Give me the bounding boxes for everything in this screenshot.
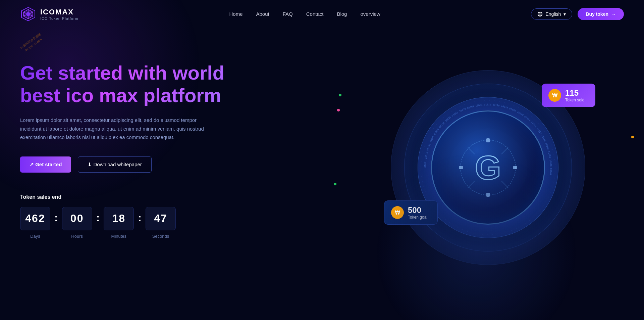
language-label: English (545, 11, 561, 17)
nav-home[interactable]: Home (229, 11, 243, 17)
hours-value: 00 (62, 207, 92, 230)
nav-about[interactable]: About (256, 11, 269, 17)
token-sales-label: Token sales end (20, 194, 352, 200)
hero-left: Get started with world best ico max plat… (20, 42, 352, 239)
separator-2: : (92, 212, 104, 224)
token-sold-info: 115 Token sold (565, 88, 584, 102)
svg-text:G: G (475, 149, 501, 186)
coin-g-icon: G (458, 137, 518, 198)
days-value: 462 (20, 207, 50, 230)
countdown-days: 462 Days (20, 207, 50, 239)
svg-line-25 (501, 147, 508, 154)
token-sold-coin-icon: ₩ (548, 89, 561, 102)
hero-description: Lorem ipsum dolor sit amet, consectetur … (20, 116, 215, 142)
svg-point-2 (26, 12, 30, 16)
svg-rect-23 (513, 166, 517, 169)
get-started-label: ↗ Get started (30, 162, 62, 168)
download-whitepaper-button[interactable]: ⬇ Download whitepaper (78, 156, 151, 173)
nav-overview[interactable]: overview (360, 11, 380, 17)
token-goal-number: 500 (408, 205, 427, 215)
arrow-right-icon: → (611, 11, 616, 17)
seconds-value: 47 (146, 207, 176, 230)
coin-face: G (431, 110, 545, 225)
get-started-button[interactable]: ↗ Get started (20, 156, 71, 173)
buy-token-label: Buy token (586, 11, 608, 17)
svg-line-24 (468, 147, 475, 154)
token-sold-text: Token sold (565, 98, 584, 102)
dot-yellow-1 (631, 136, 634, 138)
svg-line-27 (501, 181, 508, 188)
svg-rect-20 (486, 138, 490, 142)
chevron-down-icon: ▾ (564, 11, 566, 17)
logo[interactable]: ICOMAX ICO Token Platform (20, 6, 78, 22)
nav-links: Home About FAQ Contact Blog overview (229, 11, 380, 17)
language-button[interactable]: English ▾ (531, 8, 572, 20)
svg-line-26 (468, 181, 475, 188)
nav-right: English ▾ Buy token → (531, 8, 624, 20)
days-label: Days (30, 234, 40, 239)
token-goal-text: Token goal (408, 215, 427, 220)
logo-name: ICOMAX (40, 8, 78, 16)
token-sold-number: 115 (565, 88, 584, 98)
nav-blog[interactable]: Blog (337, 11, 347, 17)
nav-faq[interactable]: FAQ (283, 11, 293, 17)
countdown: 462 Days : 00 Hours : 18 Minutes : 47 Se… (20, 207, 352, 239)
coin-container: 01001 10010 00101 11001 01010 00110 1001… (391, 70, 585, 265)
token-goal-info: 500 Token goal (408, 205, 427, 220)
buy-token-button[interactable]: Buy token → (578, 8, 624, 20)
countdown-minutes: 18 Minutes (104, 207, 134, 239)
minutes-value: 18 (104, 207, 134, 230)
hero-title: Get started with world best ico max plat… (20, 62, 255, 106)
seconds-label: Seconds (152, 234, 169, 239)
hero-buttons: ↗ Get started ⬇ Download whitepaper (20, 156, 352, 173)
navbar: ICOMAX ICO Token Platform Home About FAQ… (0, 0, 644, 28)
hero-right: 01001 10010 00101 11001 01010 00110 1001… (352, 42, 624, 293)
hours-label: Hours (71, 234, 83, 239)
svg-rect-21 (486, 193, 490, 197)
logo-subtitle: ICO Token Platform (40, 16, 78, 20)
globe-icon (537, 11, 543, 17)
logo-icon (20, 6, 36, 22)
nav-contact[interactable]: Contact (306, 11, 324, 17)
countdown-hours: 00 Hours (62, 207, 92, 239)
token-goal-badge: ₩ 500 Token goal (384, 200, 438, 225)
separator-3: : (134, 212, 146, 224)
minutes-label: Minutes (111, 234, 127, 239)
token-sales-section: Token sales end 462 Days : 00 Hours : 18… (20, 194, 352, 239)
countdown-seconds: 47 Seconds (146, 207, 176, 239)
hero-section: Get started with world best ico max plat… (0, 28, 644, 314)
download-label: ⬇ Download whitepaper (88, 162, 142, 168)
svg-rect-22 (459, 166, 463, 169)
token-sold-badge: ₩ 115 Token sold (542, 84, 595, 107)
token-goal-coin-icon: ₩ (391, 206, 404, 219)
separator-1: : (50, 212, 62, 224)
